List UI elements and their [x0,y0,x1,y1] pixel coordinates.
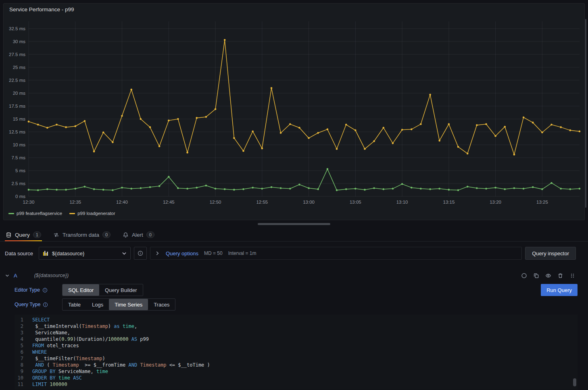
tab-label: Transform data [63,232,99,238]
editor-type-group: SQL EditorQuery Builder [62,284,143,296]
code-line[interactable]: 7 $__timeFilter(Timestamp) [15,355,578,362]
svg-text:20 ms: 20 ms [13,91,26,96]
code-line[interactable]: 2 $__timeInterval(Timestamp) as time, [15,323,578,330]
line-number: 10 [15,375,23,381]
query-type-group: TableLogsTime SeriesTraces [62,298,175,311]
svg-text:12:30: 12:30 [23,200,35,204]
svg-text:10 ms: 10 ms [13,142,26,147]
copy-icon [533,273,539,279]
query-inspector-button[interactable]: Query inspector [525,247,576,260]
interval-value: Interval = 1m [228,250,256,256]
svg-text:13:05: 13:05 [350,200,361,204]
option-traces[interactable]: Traces [148,299,175,310]
panel-title: Service Performance - p99 [9,6,74,13]
svg-text:12:45: 12:45 [163,200,175,204]
code-line[interactable]: 8 AND ( Timestamp >= $__fromTime AND Tim… [15,362,578,368]
code-line[interactable]: 10ORDER BY time ASC [15,375,578,381]
query-datasource-hint: (${datasource}) [34,273,69,278]
datasource-icon [42,250,49,257]
query-options-row[interactable]: Query options MD = 50 Interval = 1m [150,247,522,260]
legend-item[interactable]: p99 loadgenerator [69,211,115,216]
svg-text:22.5 ms: 22.5 ms [9,78,25,83]
remove-query-button[interactable] [555,271,565,280]
database-icon [6,232,12,238]
horizontal-scrollbar[interactable] [258,223,330,225]
svg-text:17.5 ms: 17.5 ms [9,104,25,108]
page-scrollbar[interactable] [585,19,586,208]
svg-text:12:50: 12:50 [210,200,221,204]
chevron-down-icon [121,250,127,256]
line-number: 5 [15,342,23,349]
svg-text:13:15: 13:15 [443,200,455,204]
code-line[interactable]: 4 quantile(0.99)(Duration)/1000000 AS p9… [15,336,578,342]
run-query-button[interactable]: Run Query [541,284,578,296]
tab-label: Alert [132,232,143,238]
svg-text:12:35: 12:35 [69,200,81,204]
line-number: 11 [15,381,23,388]
svg-text:12:55: 12:55 [256,200,268,204]
legend-swatch [8,213,14,214]
svg-text:13:25: 13:25 [536,200,548,204]
code-line[interactable]: 11LIMIT 100000 [15,381,578,388]
hide-response-button[interactable] [543,271,553,280]
option-sql-editor[interactable]: SQL Editor [63,284,99,296]
query-options-label: Query options [166,250,198,257]
line-number: 6 [15,349,23,355]
option-logs[interactable]: Logs [86,299,109,310]
legend-swatch [69,213,75,214]
trash-icon [557,273,563,279]
collapse-chevron-icon [5,273,10,278]
disable-query-button[interactable] [519,271,529,280]
datasource-picker[interactable]: ${datasource} [39,247,131,260]
legend-label: p99 featureflagservice [17,211,62,216]
info-circle-icon[interactable] [43,302,48,307]
query-type-row: Query Type TableLogsTime SeriesTraces [15,298,578,311]
editor-scrollbar[interactable] [573,378,576,386]
timeseries-chart[interactable]: 12:3012:3512:4012:4512:5012:5513:0013:05… [4,15,584,210]
tab-transform-data[interactable]: Transform data 0 [53,228,111,241]
code-line[interactable]: 5FROM otel_traces [15,342,578,349]
line-number: 4 [15,336,23,342]
svg-text:5 ms: 5 ms [15,168,25,173]
line-number: 9 [15,368,23,375]
option-table[interactable]: Table [63,299,86,310]
tab-alert[interactable]: Alert 0 [123,228,154,241]
code-line[interactable]: 1SELECT [15,317,578,323]
info-circle-icon[interactable] [42,288,48,293]
tab-query[interactable]: Query 1 [6,228,41,241]
code-line[interactable]: 9GROUP BY ServiceName, time [15,368,578,375]
active-tab-underline [5,240,42,241]
svg-text:12.5 ms: 12.5 ms [9,129,25,134]
panel-header[interactable]: Service Performance - p99 [4,4,584,15]
option-time-series[interactable]: Time Series [109,299,148,310]
legend-item[interactable]: p99 featureflagservice [8,211,62,216]
svg-text:7.5 ms: 7.5 ms [11,155,25,160]
svg-text:0 ms: 0 ms [15,194,25,199]
bell-icon [123,232,129,238]
code-line[interactable]: 3 ServiceName, [15,330,578,336]
query-type-label-text: Query Type [15,302,40,307]
datasource-label: Data source [5,250,33,257]
datasource-value: ${datasource} [52,250,118,257]
svg-text:13:20: 13:20 [490,200,501,204]
eye-icon [545,273,551,279]
editor-type-label: Editor Type [15,287,62,293]
query-row-header[interactable]: A (${datasource}) [5,269,578,282]
datasource-info-button[interactable] [134,247,147,260]
line-number: 3 [15,330,23,336]
sql-editor[interactable]: 1SELECT2 $__timeInterval(Timestamp) as t… [15,315,578,390]
option-query-builder[interactable]: Query Builder [99,284,142,296]
duplicate-query-button[interactable] [531,271,541,280]
editor-tabbar: Query 1 Transform data 0 Alert 0 [0,228,588,242]
tab-badge: 0 [146,231,154,238]
code-line[interactable]: 6WHERE [15,349,578,355]
timeseries-panel: Service Performance - p99 12:3012:3512:4… [3,3,585,220]
tab-label: Query [15,232,30,238]
line-number: 8 [15,362,23,368]
query-actions [519,271,578,280]
svg-text:2.5 ms: 2.5 ms [11,181,25,186]
chevron-right-icon [154,250,160,256]
line-number: 7 [15,355,23,362]
drag-handle[interactable] [567,271,578,280]
svg-text:13:10: 13:10 [396,200,408,204]
